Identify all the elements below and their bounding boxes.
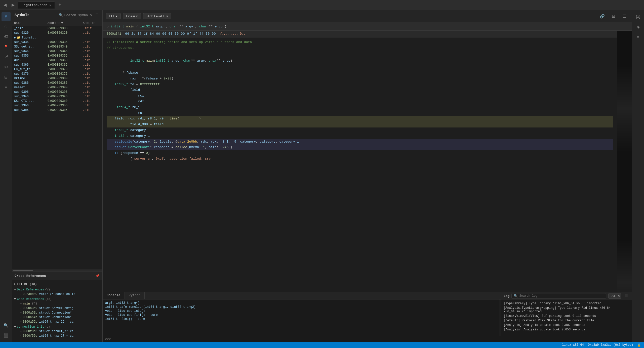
symbol-row[interactable]: sub_93860x000009386.plt xyxy=(12,81,102,85)
code-line-rdx: rdx xyxy=(107,99,613,105)
tab-title: lighttpd.bndb xyxy=(22,3,47,7)
console-input[interactable] xyxy=(112,337,498,341)
xref-filter[interactable]: ▶Filter (48) xyxy=(12,281,102,287)
xref-item[interactable]: |←0000a52b struct Connection* xyxy=(12,311,102,315)
code-line-assert: ( server.c , 0xcf, assertion failed: srv xyxy=(107,156,613,162)
log-filter-select[interactable]: All xyxy=(608,293,621,299)
sidebar-icon-branch[interactable]: ⎇ xyxy=(2,52,11,61)
symbol-row[interactable]: dup20x000009360.plt xyxy=(12,58,102,63)
symbol-row[interactable]: sub_93660x000009366.plt xyxy=(12,63,102,67)
xref-item[interactable]: |←0000f55c int64_t rax_27 = ca xyxy=(12,334,102,338)
refresh-icon[interactable]: ↺ xyxy=(107,24,109,28)
sidebar-icon-list[interactable]: ≡ xyxy=(2,82,11,92)
log-title: Log xyxy=(504,294,509,298)
split-icon[interactable]: ⊟ xyxy=(609,12,618,21)
search-icon: 🔍 xyxy=(59,13,63,17)
mini-map xyxy=(617,31,632,292)
code-toolbar: ELF ▾ Linear ▾ High Level IL ▾ 🔗 ⊟ ☰ xyxy=(103,10,632,22)
xref-section-header[interactable]: ▼Code References{46} xyxy=(12,297,102,301)
code-comment-2: // structures. xyxy=(107,45,613,51)
symbols-menu-icon[interactable]: ☰ xyxy=(94,12,100,18)
xref-item[interactable]: |←0000a56b int64_t rax_25 = ca xyxy=(12,320,102,324)
menu-icon[interactable]: ☰ xyxy=(620,12,629,21)
xref-section-header[interactable]: ▼connection_init{3} xyxy=(12,325,102,329)
symbol-row[interactable]: sub_93b60x0000093b6.plt xyxy=(12,103,102,108)
log-search-box[interactable]: 🔍 xyxy=(511,293,606,299)
symbol-row[interactable]: sub_93200x000009320.plt xyxy=(12,31,102,35)
cross-refs-pin[interactable]: 📌 xyxy=(95,273,100,278)
symbols-hscroll[interactable] xyxy=(12,270,102,272)
tab-python[interactable]: Python xyxy=(125,292,145,299)
symbol-row[interactable]: sub_93460x000009346.plt xyxy=(12,49,102,54)
col-address[interactable]: Address ▼ xyxy=(48,21,83,25)
tab-console[interactable]: Console xyxy=(103,292,125,299)
hlil-button[interactable]: High Level IL ▾ xyxy=(143,13,171,19)
forward-button[interactable]: ▶ xyxy=(10,2,16,8)
right-icon-close[interactable]: {x} xyxy=(634,12,643,21)
cross-refs-body: ▶Filter (48)▼Data References{1}|←0023cdd… xyxy=(12,280,102,342)
link-icon[interactable]: 🔗 xyxy=(598,12,607,21)
xref-item[interactable]: |←0000f3d3 struct struct_7* ra xyxy=(12,329,102,334)
log-search-input[interactable] xyxy=(519,294,604,298)
code-line-category1: int32_t category_1 xyxy=(107,133,613,139)
code-line-calloc: struct ServerConfi* response = calloc(nm… xyxy=(107,145,613,150)
symbol-row[interactable]: sub_93560x000009356.plt xyxy=(12,54,102,58)
xref-section: ▼Data References{1}|←0023cdd0 void* (* c… xyxy=(12,287,102,296)
col-name[interactable]: Name xyxy=(14,21,48,25)
code-hscroll[interactable] xyxy=(103,290,617,292)
symbols-table-header: Name Address ▼ Section xyxy=(12,20,102,26)
sidebar-icon-hash[interactable]: # xyxy=(2,12,11,21)
right-icon-layers[interactable]: ◈ xyxy=(634,22,643,31)
sidebar-icon-tag[interactable]: 🏷 xyxy=(2,32,11,41)
console-tabs: Console Python xyxy=(103,292,501,299)
search-symbols-button[interactable]: 🔍 Search symbols xyxy=(59,13,92,17)
code-line-r8: uint64_t r8_1 xyxy=(107,105,613,110)
symbol-row[interactable]: EC_KEY_fr...0x000009370.plt xyxy=(12,67,102,72)
console-output: arg3, int32_t arg4)int64_t safe_memclear… xyxy=(103,299,499,336)
console-line: void __libc_csu_fini() __pure xyxy=(105,313,496,317)
xref-section: ▼Code References{46}|←main {4}|←0000a3a9… xyxy=(12,297,102,324)
symbol-row[interactable]: sub_93c60x0000093c6.plt xyxy=(12,108,102,112)
symbol-row[interactable]: sub_93360x000009336.plt xyxy=(12,40,102,45)
symbol-row[interactable]: sub_93960x000009396.plt xyxy=(12,90,102,94)
xref-item[interactable]: |←0023cdd0 void* (* const callo xyxy=(12,292,102,296)
symbol-row[interactable]: sub_93760x000009376.plt xyxy=(12,72,102,76)
sidebar-icon-pin[interactable]: 📍 xyxy=(2,42,11,51)
elf-button[interactable]: ELF ▾ xyxy=(106,13,121,19)
file-tab[interactable]: lighttpd.bndb ✕ xyxy=(18,2,55,9)
new-tab-button[interactable]: + xyxy=(57,3,63,8)
log-line: [Analysis] Analysis update took 0.807 se… xyxy=(504,323,629,327)
symbol-row[interactable]: mktime0x000009380.plt xyxy=(12,76,102,81)
code-line-fd: int32_t fd = 0xffffffff xyxy=(107,82,613,88)
cross-refs-title: Cross References xyxy=(15,274,93,278)
sidebar-icon-search[interactable]: ⊕ xyxy=(2,22,11,31)
log-line: [Analysis.TypeLibraryMapping] Type libra… xyxy=(504,306,629,314)
xref-item[interactable]: |←0000a3a9 struct ServerConfig xyxy=(12,306,102,311)
back-button[interactable]: ◀ xyxy=(2,2,8,8)
log-menu-icon[interactable]: ☰ xyxy=(623,293,629,299)
xref-section-header[interactable]: ▼Data References{1} xyxy=(12,287,102,292)
search-symbols-label: Search symbols xyxy=(64,13,92,17)
sidebar-icon-grid[interactable]: ⊞ xyxy=(2,72,11,81)
right-icon-menu[interactable]: ≡ xyxy=(634,32,643,41)
xref-item[interactable]: |←0000a54b struct Connection* xyxy=(12,315,102,320)
symbol-row[interactable]: SSL_CTX_s...0x0000093b0.plt xyxy=(12,99,102,103)
func-sig-bar: ↺ int32_t main ( int32_t argc , char ** … xyxy=(103,22,632,31)
console-scrollbar[interactable] xyxy=(499,299,501,336)
linear-button[interactable]: Linear ▾ xyxy=(123,13,141,19)
symbol-row[interactable]: sub_93a60x0000093a6.plt xyxy=(12,94,102,99)
tab-close-button[interactable]: ✕ xyxy=(49,4,51,7)
symbol-folder-row[interactable]: ▶📁Tcp-st... xyxy=(12,35,102,40)
top-bar: ◀ ▶ lighttpd.bndb ✕ + xyxy=(0,0,644,10)
code-area: ELF ▾ Linear ▾ High Level IL ▾ 🔗 ⊟ ☰ ↺ i… xyxy=(103,10,632,342)
symbol-row[interactable]: memset0x000009390.plt xyxy=(12,85,102,90)
sidebar-icon-terminal[interactable]: ⬛ xyxy=(2,331,11,340)
symbol-row[interactable]: _init0x000009308.init xyxy=(12,26,102,31)
code-line-setlocale: setlocale(category: 2, locale: &data_2e0… xyxy=(107,139,613,145)
sidebar-icon-gear[interactable]: ⚙ xyxy=(2,62,11,71)
symbol-row[interactable]: SSL_get_s...0x000009340.plt xyxy=(12,45,102,49)
code-content[interactable]: // Initializes a server configuration an… xyxy=(103,37,617,290)
sidebar-icon-search-bottom[interactable]: 🔍 xyxy=(2,321,11,330)
xref-item[interactable]: |←main {4} xyxy=(12,301,102,306)
col-section[interactable]: Section xyxy=(83,21,100,25)
